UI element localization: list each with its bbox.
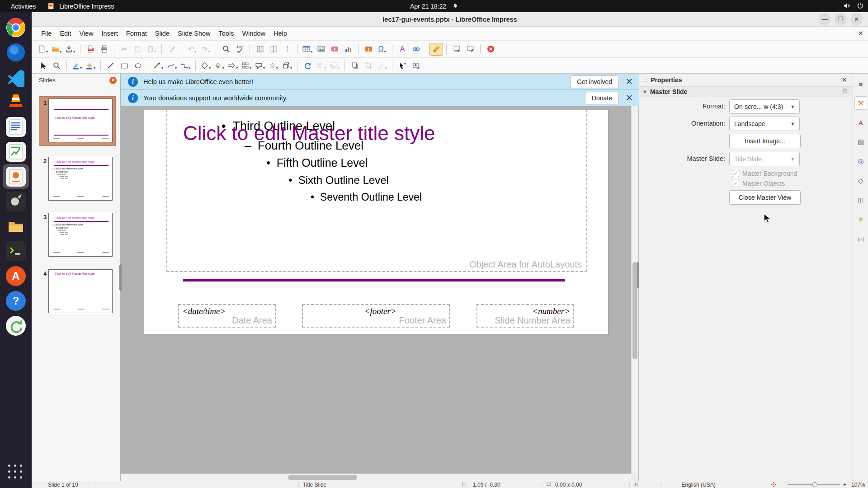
menu-help[interactable]: Help [269,28,291,39]
power-icon[interactable] [857,2,863,10]
master-title-placeholder[interactable]: Click to edit Master title style [183,122,435,145]
new-document-icon[interactable]: ▾ [36,43,50,56]
vertical-scrollbar[interactable] [631,106,638,474]
close-properties-icon[interactable]: ✕ [841,76,847,84]
libreoffice-writer-icon[interactable] [3,114,29,139]
sidebar-settings-icon[interactable]: ≡ [854,77,867,91]
master-background-checkbox[interactable]: ✓ Master Background [732,170,797,177]
close-slides-panel-icon[interactable]: ✕ [109,77,117,84]
language-status[interactable]: English (USA) [662,482,735,488]
zoom-slider[interactable] [788,484,840,485]
blue-browser-icon[interactable] [3,40,29,65]
shadow-icon[interactable] [348,59,362,72]
horizontal-scrollbar[interactable] [121,474,631,481]
export-pdf-icon[interactable]: PDF [84,43,97,56]
zoom-out-button[interactable]: – [781,482,784,488]
vscode-icon[interactable] [3,65,29,89]
close-notification-icon[interactable]: ✕ [624,77,634,87]
window-title-bar[interactable]: lec17-gui-events.pptx - LibreOffice Impr… [32,12,868,27]
fill-color-icon[interactable]: ▾ [84,59,97,72]
tab-properties-icon[interactable]: ⚒ [854,96,867,110]
cut-icon[interactable]: ✂ [118,43,131,56]
block-arrows-icon[interactable]: ▾ [226,59,240,72]
menu-format[interactable]: Format [122,28,151,39]
show-applications-icon[interactable] [3,460,29,484]
snap-guides-icon[interactable] [280,43,294,56]
format-dropdown[interactable]: On-scre... w (4:3)▼ [729,99,800,114]
panel-drag-handle-icon[interactable]: ∷ [643,77,646,84]
copy-icon[interactable] [131,43,145,56]
connector-icon[interactable]: ▾ [179,59,192,72]
orientation-dropdown[interactable]: Landscape▼ [729,117,800,131]
sidebar-splitter-handle[interactable] [637,262,639,288]
image-filter-icon[interactable]: ▾ [375,59,389,72]
volume-icon[interactable] [843,2,850,10]
ubuntu-software-icon[interactable]: A [3,263,29,288]
paste-icon[interactable]: ▾ [145,43,158,56]
symbol-shapes-icon[interactable]: ☺▾ [212,59,226,72]
panel-splitter-handle[interactable] [119,264,122,291]
special-character-icon[interactable]: Ω▾ [375,43,389,56]
layout-name-status[interactable]: Title Slide [303,482,326,488]
hyperlink-icon[interactable] [409,43,423,56]
insert-table-icon[interactable]: ▾ [301,43,314,56]
vlc-icon[interactable] [3,89,29,114]
insert-media-icon[interactable] [328,43,341,56]
tab-styles-icon[interactable]: A [854,116,867,129]
find-replace-icon[interactable] [219,43,233,56]
minimize-button[interactable]: — [819,13,831,25]
rename-master-icon[interactable] [463,43,477,56]
slide-canvas[interactable]: Click to edit Master title style • Third… [144,110,609,335]
new-master-icon[interactable] [450,43,463,56]
rotate-icon[interactable] [301,59,314,72]
clock[interactable]: Apr 21 18:22 [410,3,446,10]
stars-icon[interactable]: ☆▾ [267,59,280,72]
outline-level-5[interactable]: • Fifth Outline Level [266,156,368,169]
curve-icon[interactable]: ▾ [165,59,179,72]
menu-slide-show[interactable]: Slide Show [174,28,215,39]
align-objects-icon[interactable]: ▾ [314,59,328,72]
insert-chart-icon[interactable] [341,43,355,56]
tab-master-slides-icon[interactable]: ▤ [854,232,867,246]
tab-navigator-icon[interactable]: ◎ [854,155,867,168]
insert-textbox-icon[interactable]: T [362,43,375,56]
lines-arrows-icon[interactable]: ▾ [151,59,165,72]
tab-animation-icon[interactable]: ✶ [854,213,867,226]
arrange-icon[interactable]: ▾ [328,59,341,72]
slide-number-placeholder[interactable]: <number> Slide Number Area [476,304,574,328]
redo-icon[interactable]: ↷▾ [199,43,212,56]
outline-level-6[interactable]: • Sixth Outline Level [288,174,389,187]
libreoffice-calc-icon[interactable] [3,139,29,164]
rectangle-icon[interactable] [118,59,131,72]
clone-formatting-icon[interactable] [165,43,179,56]
files-icon[interactable] [3,214,29,239]
menu-view[interactable]: View [75,28,97,39]
collapse-section-icon[interactable]: ▼ [642,89,647,94]
menu-insert[interactable]: Insert [98,28,122,39]
3d-objects-icon[interactable]: ▾ [280,59,294,72]
menu-window[interactable]: Window [238,28,269,39]
document-modified-icon[interactable] [633,482,638,488]
fontwork-icon[interactable]: A [396,43,409,56]
zoom-slider-knob[interactable] [812,482,817,487]
crop-icon[interactable] [362,59,375,72]
insert-image-icon[interactable] [314,43,328,56]
fit-slide-icon[interactable] [771,482,777,488]
chrome-icon[interactable] [3,15,29,40]
get-involved-button[interactable]: Get involved [570,75,619,88]
flowchart-icon[interactable]: ▾ [240,59,253,72]
zoom-in-button[interactable]: + [843,482,846,488]
helplines-icon[interactable] [267,43,280,56]
maximize-button[interactable]: ❐ [835,13,847,25]
edit-points-icon[interactable] [396,59,409,72]
menu-edit[interactable]: Edit [56,28,75,39]
display-grid-icon[interactable] [253,43,267,56]
terminal-icon[interactable] [3,239,29,263]
zoom-level-status[interactable]: 107% [851,482,865,488]
master-slide-dropdown[interactable]: Title Slide▼ [729,152,800,166]
software-updater-icon[interactable] [3,313,29,338]
help-icon[interactable]: ? [3,288,29,313]
insert-image-button[interactable]: Insert Image... [729,134,801,148]
print-icon[interactable] [97,43,111,56]
show-draw-functions-icon[interactable] [429,43,443,56]
